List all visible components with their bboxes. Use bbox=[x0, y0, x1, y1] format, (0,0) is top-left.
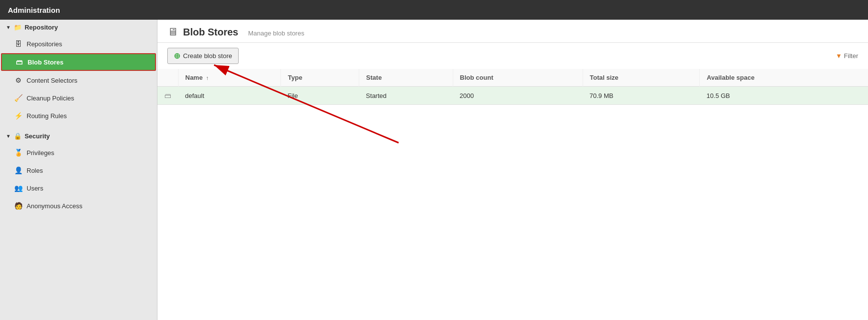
sidebar-item-cleanup-policies[interactable]: 🧹 Cleanup Policies bbox=[0, 89, 157, 107]
content-selectors-icon: ⚙ bbox=[14, 76, 23, 84]
col-available-space-header[interactable]: Available space bbox=[700, 69, 868, 87]
sidebar-item-users-label: Users bbox=[27, 185, 43, 192]
col-type-header[interactable]: Type bbox=[281, 69, 359, 87]
name-sort-arrow: ↑ bbox=[206, 75, 209, 81]
anonymous-access-icon: 🧑 bbox=[14, 202, 23, 210]
sidebar-section-repository-label: Repository bbox=[25, 24, 58, 31]
sidebar-item-anonymous-access-label: Anonymous Access bbox=[27, 202, 82, 210]
privileges-icon: 🏅 bbox=[14, 149, 23, 157]
administration-title: Administration bbox=[8, 6, 60, 14]
col-blob-count-header[interactable]: Blob count bbox=[453, 69, 583, 87]
sidebar-section-security[interactable]: ▼ 🔒 Security bbox=[0, 128, 157, 144]
row-name-cell: default bbox=[178, 87, 281, 105]
sidebar-section-security-label: Security bbox=[25, 132, 50, 140]
main-layout: ▼ 📁 Repository 🗄 Repositories 🗃 Blob Sto… bbox=[0, 20, 868, 320]
routing-rules-icon: ⚡ bbox=[14, 112, 23, 120]
col-total-size-header[interactable]: Total size bbox=[583, 69, 700, 87]
roles-icon: 👤 bbox=[14, 166, 23, 174]
col-state-header[interactable]: State bbox=[359, 69, 453, 87]
create-blob-store-label: Create blob store bbox=[183, 52, 232, 60]
page-title: Blob Stores bbox=[183, 27, 238, 38]
sidebar-item-blob-stores-label: Blob Stores bbox=[28, 59, 63, 66]
sidebar-item-roles-label: Roles bbox=[27, 167, 43, 174]
page-icon: 🖥 bbox=[167, 26, 178, 38]
sidebar: ▼ 📁 Repository 🗄 Repositories 🗃 Blob Sto… bbox=[0, 20, 157, 320]
filter-label: Filter bbox=[844, 52, 858, 60]
sidebar-section-repository-icon: 📁 bbox=[14, 24, 22, 31]
sidebar-item-roles[interactable]: 👤 Roles bbox=[0, 161, 157, 179]
page-subtitle: Manage blob stores bbox=[248, 30, 304, 37]
sidebar-item-cleanup-policies-label: Cleanup Policies bbox=[27, 95, 74, 102]
sidebar-item-content-selectors[interactable]: ⚙ Content Selectors bbox=[0, 71, 157, 89]
col-row-icon bbox=[157, 69, 178, 87]
filter-icon: ▼ bbox=[836, 52, 842, 60]
create-blob-store-button[interactable]: ⊕ Create blob store bbox=[167, 48, 239, 64]
row-blob-count-cell: 2000 bbox=[453, 87, 583, 105]
sidebar-item-repositories[interactable]: 🗄 Repositories bbox=[0, 35, 157, 53]
sidebar-item-privileges[interactable]: 🏅 Privileges bbox=[0, 144, 157, 161]
toolbar: ⊕ Create blob store ▼ Filter bbox=[157, 43, 868, 69]
security-collapse-arrow: ▼ bbox=[6, 133, 11, 139]
filter-button[interactable]: ▼ Filter bbox=[836, 52, 858, 60]
row-icon-cell: 🗃 bbox=[157, 87, 178, 105]
row-type-cell: File bbox=[281, 87, 359, 105]
plus-icon: ⊕ bbox=[174, 51, 180, 61]
repositories-icon: 🗄 bbox=[14, 40, 23, 48]
content-header: 🖥 Blob Stores Manage blob stores bbox=[157, 20, 868, 43]
row-type-icon: 🗃 bbox=[164, 92, 171, 99]
sidebar-item-content-selectors-label: Content Selectors bbox=[27, 77, 77, 84]
page-header-text: Blob Stores Manage blob stores bbox=[183, 27, 304, 38]
sidebar-section-security-icon: 🔒 bbox=[14, 132, 22, 140]
sidebar-item-blob-stores[interactable]: 🗃 Blob Stores bbox=[1, 53, 156, 71]
blob-stores-table: Name ↑ Type State Blob count bbox=[157, 69, 868, 105]
blob-stores-icon: 🗃 bbox=[15, 58, 24, 66]
cleanup-policies-icon: 🧹 bbox=[14, 94, 23, 102]
sidebar-item-routing-rules[interactable]: ⚡ Routing Rules bbox=[0, 107, 157, 125]
col-name-header[interactable]: Name ↑ bbox=[178, 69, 281, 87]
table-row[interactable]: 🗃 default File Started 2000 70.9 MB 10.5… bbox=[157, 87, 868, 105]
sidebar-item-privileges-label: Privileges bbox=[27, 149, 54, 157]
sidebar-item-anonymous-access[interactable]: 🧑 Anonymous Access bbox=[0, 197, 157, 215]
sidebar-item-routing-rules-label: Routing Rules bbox=[27, 112, 67, 120]
sidebar-item-repositories-label: Repositories bbox=[27, 40, 62, 48]
table-header-row: Name ↑ Type State Blob count bbox=[157, 69, 868, 87]
blob-stores-table-container: Name ↑ Type State Blob count bbox=[157, 69, 868, 320]
sidebar-section-repository[interactable]: ▼ 📁 Repository bbox=[0, 20, 157, 35]
row-total-size-cell: 70.9 MB bbox=[583, 87, 700, 105]
row-state-cell: Started bbox=[359, 87, 453, 105]
row-available-space-cell: 10.5 GB bbox=[700, 87, 868, 105]
sidebar-item-users[interactable]: 👥 Users bbox=[0, 179, 157, 197]
top-bar: Administration bbox=[0, 0, 868, 20]
users-icon: 👥 bbox=[14, 184, 23, 192]
repository-collapse-arrow: ▼ bbox=[6, 25, 11, 30]
content-area: 🖥 Blob Stores Manage blob stores ⊕ Creat… bbox=[157, 20, 868, 320]
